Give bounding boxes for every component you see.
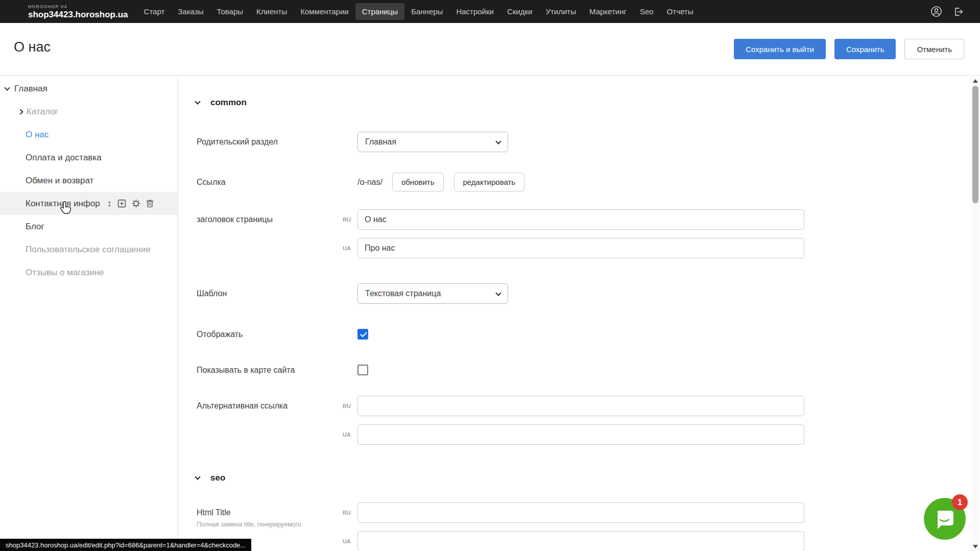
alt-link-ua-input[interactable] — [357, 424, 804, 445]
chevron-down-icon — [195, 474, 200, 480]
top-nav-bar: HOROSHOP V4 shop34423.horoshop.ua Старт … — [0, 0, 980, 23]
html-title-ru-input[interactable] — [357, 502, 804, 523]
tree-item-katalog[interactable]: Каталог — [0, 100, 178, 123]
logo-domain: shop34423.horoshop.ua — [28, 10, 128, 19]
parent-section-select[interactable]: Главная — [357, 132, 508, 152]
field-hint: Полная замена title, генерируемого — [197, 521, 345, 529]
menu-item-marketing[interactable]: Маркетинг — [583, 3, 633, 20]
chevron-down-icon — [195, 99, 200, 104]
menu-item-orders[interactable]: Заказы — [171, 3, 210, 20]
tree-item-label: Обмен и возврат — [26, 176, 93, 186]
tree-item-label: Оплата и доставка — [26, 153, 102, 163]
scrollbar-thumb[interactable] — [972, 86, 978, 203]
menu-item-start[interactable]: Старт — [137, 3, 172, 20]
logo[interactable]: HOROSHOP V4 shop34423.horoshop.ua — [28, 5, 128, 19]
lang-badge-ru: RU — [343, 403, 351, 409]
select-value: Главная — [365, 137, 396, 147]
select-value: Текстовая страница — [365, 289, 441, 298]
tree-item-oplata-i-dostavka[interactable]: Оплата и доставка — [0, 146, 178, 169]
section-header-seo[interactable]: seo — [196, 473, 971, 483]
scroll-up-button[interactable] — [971, 77, 979, 85]
alt-link-row: Альтернативная ссылка RU UA — [197, 396, 971, 445]
lang-badge-ua: UA — [343, 432, 351, 438]
chevron-down-icon — [495, 138, 501, 144]
logo-version: HOROSHOP V4 — [28, 5, 128, 9]
vertical-scrollbar[interactable] — [971, 76, 979, 551]
menu-item-reports[interactable]: Отчеты — [660, 3, 700, 20]
link-update-button[interactable]: обновить — [392, 173, 444, 191]
tree-item-o-nas-selected[interactable]: О нас — [0, 123, 178, 146]
tree-item-polzovatelskoe-soglashenie[interactable]: Пользовательское соглашение — [0, 238, 178, 261]
menu-item-pages-active[interactable]: Страницы — [355, 3, 404, 20]
chevron-down-icon — [495, 290, 501, 296]
menu-item-discounts[interactable]: Скидки — [500, 3, 539, 20]
chat-unread-badge: 1 — [952, 494, 968, 510]
lang-badge-ua: UA — [343, 538, 351, 544]
tree-item-kontaktnaya-informatsiya[interactable]: Контактная инфор ↕ — [0, 192, 178, 215]
tree-item-label: Пользовательское соглашение — [26, 245, 151, 255]
field-label: заголовок страницы — [197, 209, 357, 230]
page-header: О нас Сохранить и выйти Сохранить Отмени… — [0, 23, 980, 76]
menu-item-banners[interactable]: Баннеры — [404, 3, 449, 20]
chevron-down-icon — [4, 85, 10, 90]
save-and-exit-button[interactable]: Сохранить и выйти — [734, 39, 826, 59]
alt-link-ru-input[interactable] — [357, 396, 804, 416]
chat-widget-button[interactable]: 1 — [924, 498, 966, 540]
main-menu: Старт Заказы Товары Клиенты Комментарии … — [137, 3, 700, 20]
field-label: Родительский раздел — [197, 132, 357, 152]
pages-tree-sidebar: Главная Каталог О нас Оплата и доставка … — [0, 76, 178, 551]
link-path: /o-nas/ — [357, 178, 383, 187]
scroll-up-icon — [973, 79, 978, 83]
tree-item-label: Контактная инфор — [26, 199, 100, 209]
cancel-button[interactable]: Отменить — [904, 39, 964, 59]
tree-item-blog[interactable]: Блог — [0, 215, 178, 238]
add-icon[interactable] — [117, 199, 126, 208]
display-checkbox-checked[interactable] — [357, 329, 368, 340]
page-title-row: заголовок страницы RU UA — [197, 209, 971, 258]
tree-item-label: Отзывы о магазине — [26, 268, 104, 278]
lang-badge-ru: RU — [343, 217, 351, 223]
sitemap-checkbox-unchecked[interactable] — [357, 365, 368, 375]
chevron-right-icon — [17, 109, 23, 114]
menu-item-utilities[interactable]: Утилиты — [539, 3, 583, 20]
page-edit-form: common Родительский раздел Главная Ссылк… — [179, 76, 971, 551]
save-button[interactable]: Сохранить — [834, 39, 896, 59]
template-select[interactable]: Текстовая страница — [357, 283, 508, 304]
tree-item-label: Главная — [14, 84, 47, 94]
menu-item-comments[interactable]: Комментарии — [294, 3, 355, 20]
scroll-down-button[interactable] — [971, 542, 979, 550]
move-icon[interactable]: ↕ — [107, 198, 112, 209]
template-row: Шаблон Текстовая страница — [197, 283, 971, 304]
field-label-block: Html Title Полная замена title, генериру… — [197, 502, 357, 529]
logout-icon[interactable] — [952, 6, 964, 17]
tree-item-glavnaya[interactable]: Главная — [0, 77, 178, 100]
menu-item-settings[interactable]: Настройки — [449, 3, 500, 20]
link-row: Ссылка /o-nas/ обновить редактировать — [197, 173, 971, 191]
menu-item-clients[interactable]: Клиенты — [250, 3, 294, 20]
menu-item-products[interactable]: Товары — [210, 3, 250, 20]
page-title: О нас — [14, 39, 51, 55]
field-label: Шаблон — [197, 283, 357, 304]
tree-item-otzyvy-o-magazine[interactable]: Отзывы о магазине — [0, 261, 178, 284]
field-label: Показывать в карте сайта — [197, 365, 357, 376]
scroll-down-icon — [973, 545, 978, 548]
chat-bubble-icon — [933, 507, 957, 531]
field-label: Html Title — [197, 502, 357, 523]
account-icon[interactable] — [930, 6, 942, 17]
page-title-ru-input[interactable] — [357, 209, 804, 230]
page-title-ua-input[interactable] — [357, 238, 804, 258]
html-title-row: Html Title Полная замена title, генериру… — [197, 502, 971, 551]
tree-item-label: Каталог — [27, 107, 58, 117]
field-label: Отображать — [197, 329, 357, 340]
html-title-ua-input[interactable] — [357, 531, 804, 551]
gear-icon[interactable] — [132, 199, 140, 208]
lang-badge-ru: RU — [343, 510, 351, 516]
link-edit-button[interactable]: редактировать — [454, 173, 525, 191]
tree-item-label: Блог — [26, 222, 44, 232]
trash-icon[interactable] — [146, 199, 154, 208]
section-title: common — [210, 98, 247, 108]
link-status-tooltip: shop34423.horoshop.ua/edit/edit.php?id=6… — [0, 539, 251, 551]
menu-item-seo[interactable]: Seo — [633, 3, 660, 20]
section-header-common[interactable]: common — [196, 98, 971, 108]
tree-item-obmen-i-vozvrat[interactable]: Обмен и возврат — [0, 169, 178, 192]
